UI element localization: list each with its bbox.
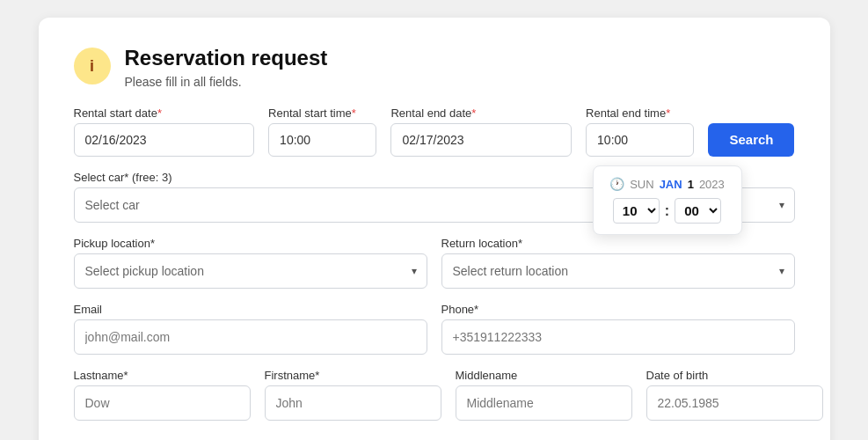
time-picker-hour-select[interactable]: 10 11 12	[613, 198, 660, 224]
pickup-location-group: Pickup location* Select pickup location …	[74, 237, 427, 289]
lastname-group: Lastname*	[74, 369, 251, 421]
lastname-label: Lastname*	[74, 369, 251, 382]
time-picker-year: 2023	[699, 178, 725, 191]
clock-icon: 🕐	[609, 177, 624, 191]
rental-start-date-input[interactable]	[74, 123, 255, 157]
phone-input[interactable]	[441, 319, 795, 355]
email-group: Email	[74, 303, 427, 355]
email-input[interactable]	[74, 319, 427, 355]
time-picker-daynum: 1	[688, 178, 694, 191]
middlename-group: Middlename	[456, 369, 632, 421]
page-subtitle: Please fill in all fields.	[125, 75, 328, 89]
return-location-label: Return location*	[441, 237, 795, 250]
time-picker-minute-select[interactable]: 00 15 30 45	[675, 198, 721, 224]
rental-start-time-input[interactable]	[268, 123, 376, 157]
info-icon: i	[74, 48, 111, 84]
time-picker-popup: 🕐 SUN JAN 1 2023 10 11 12 : 00 15 30 45	[593, 165, 742, 235]
rental-end-date-input[interactable]	[390, 123, 572, 157]
header-text: Reservation request Please fill in all f…	[125, 46, 328, 89]
firstname-label: Firstname*	[265, 369, 441, 382]
rental-end-time-input[interactable]	[586, 123, 694, 157]
time-colon: :	[665, 203, 669, 219]
page-title: Reservation request	[125, 46, 328, 71]
pickup-location-select[interactable]: Select pickup location	[74, 253, 427, 289]
search-button[interactable]: Search	[708, 123, 794, 157]
header-section: i Reservation request Please fill in all…	[74, 46, 795, 89]
time-selects: 10 11 12 : 00 15 30 45	[613, 198, 721, 224]
firstname-group: Firstname*	[265, 369, 441, 421]
phone-group: Phone*	[441, 303, 795, 355]
time-picker-day: SUN	[630, 178, 653, 191]
rental-end-date-label: Rental end date*	[390, 106, 572, 120]
pickup-location-wrapper: Select pickup location ▾	[74, 253, 427, 289]
location-row: Pickup location* Select pickup location …	[74, 237, 795, 289]
dates-row: Rental start date* Rental start time* Re…	[74, 106, 795, 157]
rental-end-time-label: Rental end time*	[586, 106, 694, 120]
phone-label: Phone*	[441, 303, 795, 316]
return-location-select[interactable]: Select return location	[441, 253, 795, 289]
time-picker-header: 🕐 SUN JAN 1 2023	[609, 177, 725, 191]
contact-row: Email Phone*	[74, 303, 795, 355]
email-label: Email	[74, 303, 427, 316]
return-location-wrapper: Select return location ▾	[441, 253, 795, 289]
dob-input[interactable]	[646, 385, 823, 421]
rental-start-time-group: Rental start time*	[268, 106, 376, 157]
dob-group: Date of birth	[646, 369, 823, 421]
rental-start-time-label: Rental start time*	[268, 106, 376, 120]
time-picker-month: JAN	[660, 178, 682, 191]
pickup-location-label: Pickup location*	[74, 237, 427, 250]
name-row: Lastname* Firstname* Middlename Date of …	[74, 369, 795, 421]
firstname-input[interactable]	[265, 385, 441, 421]
reservation-card: i Reservation request Please fill in all…	[39, 18, 830, 440]
lastname-input[interactable]	[74, 385, 251, 421]
middlename-label: Middlename	[456, 369, 632, 382]
rental-start-date-label: Rental start date*	[74, 106, 255, 120]
dob-label: Date of birth	[646, 369, 823, 382]
rental-start-date-group: Rental start date*	[74, 106, 255, 157]
rental-end-date-group: Rental end date*	[390, 106, 572, 157]
return-location-group: Return location* Select return location …	[441, 237, 795, 289]
middlename-input[interactable]	[456, 385, 632, 421]
rental-end-time-group: Rental end time*	[586, 106, 694, 157]
